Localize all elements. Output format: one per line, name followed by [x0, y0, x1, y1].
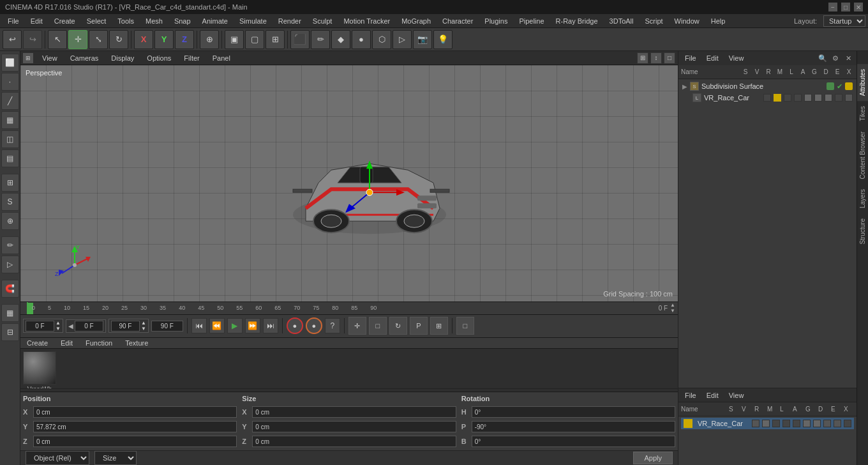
menu-mesh[interactable]: Mesh [140, 16, 168, 26]
magnet-btn[interactable]: 🧲 [1, 280, 19, 298]
menu-create[interactable]: Create [49, 16, 80, 26]
subdiv-side-btn[interactable]: ⊟ [1, 323, 19, 341]
size-z-field[interactable] [252, 436, 456, 447]
pos-z-field[interactable] [33, 436, 237, 447]
vp-menu-display[interactable]: Display [107, 53, 138, 63]
menu-tools[interactable]: Tools [112, 16, 139, 26]
render-view-btn[interactable]: ▢ [245, 30, 264, 49]
table-row[interactable]: L VR_Race_Car [680, 92, 855, 103]
menu-plugins[interactable]: Plugins [479, 16, 513, 26]
minimize-button[interactable]: − [828, 3, 837, 11]
frame-spinners[interactable]: ▲ ▼ [56, 320, 61, 332]
light-btn[interactable]: 💡 [433, 30, 453, 49]
go-end-btn[interactable]: ⏭ [263, 318, 278, 333]
x-axis-btn[interactable]: X [134, 30, 153, 49]
undo-button[interactable]: ↩ [3, 30, 22, 49]
pen-tool-btn[interactable]: ✏ [311, 30, 330, 49]
menu-render[interactable]: Render [273, 16, 306, 26]
vp-menu-options[interactable]: Options [143, 53, 175, 63]
menu-snap[interactable]: Snap [169, 16, 196, 26]
record-auto-btn[interactable]: ● [306, 317, 322, 334]
layout-select[interactable]: Startup [823, 15, 865, 27]
uvw-mode-btn[interactable]: ◫ [1, 130, 19, 148]
menu-help[interactable]: Help [706, 16, 731, 26]
point-key-btn[interactable]: ⊞ [430, 317, 448, 335]
mat-menu-function[interactable]: Function [82, 338, 116, 348]
play-btn[interactable]: ▶ [227, 318, 243, 333]
menu-simulate[interactable]: Simulate [234, 16, 272, 26]
menu-motion-tracker[interactable]: Motion Tracker [338, 16, 395, 26]
menu-edit[interactable]: Edit [26, 16, 48, 26]
timeline-scroll-btns[interactable]: ▲ ▼ [670, 302, 675, 314]
paint-btn[interactable]: ✏ [1, 236, 19, 254]
move-tool[interactable]: ✛ [68, 30, 87, 49]
coord-mode-dropdown[interactable]: Object (Rel) Object (Abs) World [26, 451, 89, 465]
lay-menu-edit[interactable]: Edit [703, 390, 722, 400]
edges-mode-btn[interactable]: ╱ [1, 92, 19, 110]
end-frame-spinners[interactable]: ▲ ▼ [141, 320, 146, 332]
rot-p-field[interactable] [472, 421, 675, 432]
table-row[interactable]: ▶ S Subdivision Surface ✔ [680, 80, 855, 92]
maximize-button[interactable]: □ [841, 3, 850, 11]
param-key-btn[interactable]: P [410, 317, 428, 335]
coord-size-dropdown[interactable]: Size Scale [94, 451, 137, 465]
menu-character[interactable]: Character [437, 16, 478, 26]
subdiv-btn[interactable]: ◆ [331, 30, 350, 49]
viewport[interactable]: Perspective [20, 65, 678, 301]
rotate-tool[interactable]: ↻ [109, 30, 128, 49]
apply-button[interactable]: Apply [633, 452, 673, 464]
rot-h-field[interactable] [472, 406, 675, 418]
close-button[interactable]: ✕ [854, 3, 863, 11]
layers-grid-btn[interactable]: ▦ [1, 304, 19, 322]
obj-menu-file[interactable]: File [681, 53, 700, 63]
texture-mode-btn[interactable]: ▤ [1, 149, 19, 167]
tab-content-browser[interactable]: Content Browser [857, 126, 868, 184]
record-btn[interactable]: ● [287, 317, 303, 334]
start-frame-input[interactable] [75, 321, 103, 332]
size-x-field[interactable] [252, 406, 456, 418]
world-coord-btn[interactable]: ⊕ [200, 30, 219, 49]
timeline-ruler[interactable]: 0 5 10 15 20 25 30 35 40 45 50 55 60 65 … [20, 302, 678, 315]
go-start-btn[interactable]: ⏮ [191, 318, 207, 333]
obj-panel-close-icon[interactable]: ✕ [842, 52, 854, 64]
vp-menu-view[interactable]: View [38, 53, 61, 63]
knife2-btn[interactable]: ▷ [1, 255, 19, 273]
vp-ctrl-1[interactable]: ⊞ [637, 52, 648, 64]
help-btn[interactable]: ? [325, 318, 340, 333]
obj-panel-search-icon[interactable]: 🔍 [817, 52, 828, 64]
tab-layers[interactable]: Layers [857, 184, 868, 213]
next-frame-btn[interactable]: ⏩ [245, 318, 260, 333]
cube-obj-btn[interactable]: ⬛ [290, 30, 310, 49]
move-key-btn[interactable]: ✛ [348, 317, 366, 335]
auto-key-btn[interactable]: □ [456, 317, 474, 335]
obj-panel-settings-icon[interactable]: ⚙ [830, 52, 841, 64]
workplane-btn[interactable]: ⊞ [1, 174, 19, 192]
tab-tikes[interactable]: Tikes [857, 101, 868, 126]
knife-btn[interactable]: ▷ [393, 30, 412, 49]
axis-btn[interactable]: ⊕ [1, 212, 19, 230]
poly-btn[interactable]: ⬡ [372, 30, 391, 49]
menu-script[interactable]: Script [640, 16, 668, 26]
end-frame-input[interactable] [111, 321, 140, 332]
polys-mode-btn[interactable]: ▦ [1, 111, 19, 129]
y-axis-btn[interactable]: Y [154, 30, 174, 49]
menu-3dtoall[interactable]: 3DToAll [604, 16, 639, 26]
menu-window[interactable]: Window [670, 16, 705, 26]
fps-input[interactable] [151, 321, 183, 332]
lay-menu-file[interactable]: File [681, 390, 700, 400]
z-axis-btn[interactable]: Z [175, 30, 194, 49]
sphere-btn[interactable]: ● [352, 30, 371, 49]
scale-tool[interactable]: ⤡ [89, 30, 108, 49]
list-item[interactable]: VR_Race_Car [681, 418, 854, 429]
menu-select[interactable]: Select [82, 16, 112, 26]
rot-b-field[interactable] [472, 436, 675, 447]
pos-x-field[interactable] [33, 406, 237, 418]
menu-pipeline[interactable]: Pipeline [514, 16, 549, 26]
mat-menu-edit[interactable]: Edit [57, 338, 77, 348]
viewport-menu-icon[interactable]: ⊞ [23, 53, 33, 63]
prev-frame-btn[interactable]: ⏪ [209, 318, 225, 333]
vp-menu-panel[interactable]: Panel [209, 53, 234, 63]
obj-menu-edit[interactable]: Edit [703, 53, 722, 63]
menu-file[interactable]: File [3, 16, 24, 26]
scale-key-btn[interactable]: ↻ [389, 317, 407, 335]
